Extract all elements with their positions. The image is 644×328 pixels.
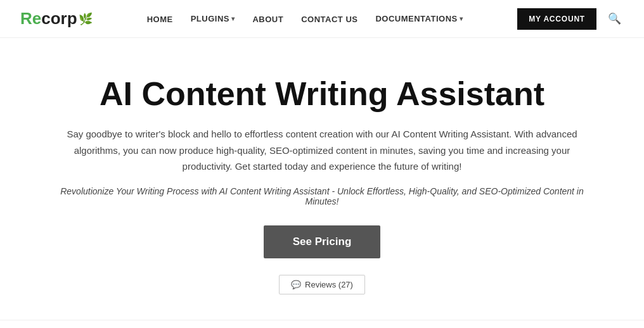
- nav-link-home[interactable]: HOME: [147, 15, 173, 24]
- hero-title: AI Content Writing Assistant: [51, 76, 593, 112]
- nav-item-docs[interactable]: DOCUMENTATIONS ▾: [375, 14, 463, 23]
- nav-item-contact[interactable]: CONTACT US: [301, 13, 357, 25]
- nav-link-contact[interactable]: CONTACT US: [301, 15, 357, 24]
- lower-section: Best AI Writing Plugin Ever Main user in…: [0, 320, 644, 328]
- plugins-dropdown-arrow-icon: ▾: [231, 15, 235, 22]
- nav-item-home[interactable]: HOME: [147, 13, 173, 25]
- reviews-button[interactable]: 💬 Reviews (27): [279, 275, 365, 294]
- navbar-right: MY ACCOUNT 🔍: [517, 8, 624, 30]
- logo-leaf-icon: 🌿: [79, 12, 93, 26]
- hero-tagline: Revolutionize Your Writing Process with …: [51, 186, 593, 206]
- docs-dropdown-arrow-icon: ▾: [460, 15, 463, 22]
- chat-bubble-icon: 💬: [291, 280, 301, 289]
- navbar: Recorp🌿 HOME PLUGINS ▾ ABOUT CONTACT US …: [0, 0, 644, 38]
- logo-text-black: corp: [41, 9, 77, 28]
- nav-link-about[interactable]: ABOUT: [252, 15, 283, 24]
- see-pricing-button[interactable]: See Pricing: [264, 225, 381, 258]
- search-button[interactable]: 🔍: [605, 9, 624, 28]
- search-icon: 🔍: [608, 13, 621, 25]
- nav-item-about[interactable]: ABOUT: [252, 13, 283, 25]
- logo-text-green: Re: [20, 9, 41, 28]
- hero-description: Say goodbye to writer's block and hello …: [51, 126, 593, 175]
- nav-link-plugins[interactable]: PLUGINS ▾: [191, 14, 235, 23]
- logo[interactable]: Recorp🌿: [20, 9, 93, 28]
- nav-item-plugins[interactable]: PLUGINS ▾: [191, 14, 235, 23]
- main-nav: HOME PLUGINS ▾ ABOUT CONTACT US DOCUMENT…: [147, 13, 463, 25]
- reviews-label: Reviews (27): [305, 280, 353, 289]
- nav-link-docs[interactable]: DOCUMENTATIONS ▾: [375, 14, 463, 23]
- my-account-button[interactable]: MY ACCOUNT: [517, 8, 596, 30]
- cta-group: See Pricing 💬 Reviews (27): [51, 225, 593, 294]
- hero-section: AI Content Writing Assistant Say goodbye…: [0, 38, 644, 320]
